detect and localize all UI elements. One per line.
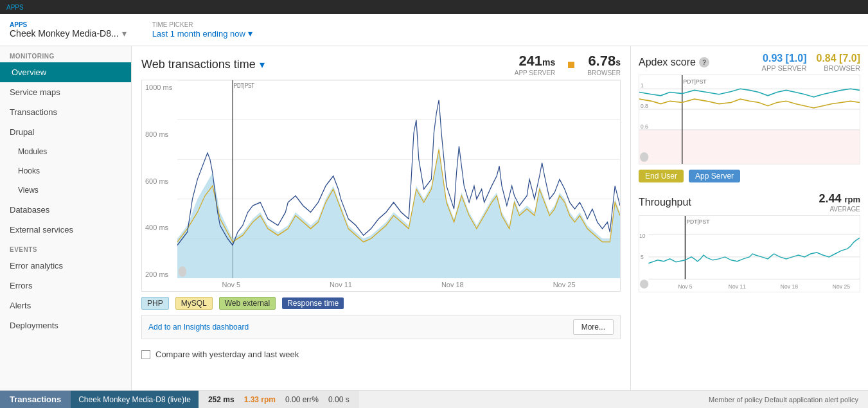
chart-canvas: PDT | PST <box>177 80 620 278</box>
chart-y-labels: 1000 ms 800 ms 600 ms 400 ms 200 ms <box>142 80 177 291</box>
browser-dot-icon <box>568 62 574 68</box>
chart-legend: PHP MySQL Web external Response time <box>141 297 621 310</box>
svg-text:PDT|PST: PDT|PST <box>686 218 710 225</box>
legend-web-external[interactable]: Web external <box>219 297 276 310</box>
chart-header: Web transactions time ▾ 241ms APP SERVER… <box>141 53 621 76</box>
chevron-down-icon[interactable]: ▾ <box>260 58 265 71</box>
main-content: Web transactions time ▾ 241ms APP SERVER… <box>132 46 630 390</box>
svg-text:Nov 18: Nov 18 <box>781 283 798 290</box>
sidebar-item-deployments[interactable]: Deployments <box>0 315 131 335</box>
bottom-ms: 252 ms <box>208 395 235 404</box>
badge-app-server[interactable]: App Server <box>689 170 740 182</box>
svg-text:Nov 5: Nov 5 <box>678 283 693 290</box>
chart-actions: Add to an Insights dashboard More... <box>141 315 621 339</box>
legend-mysql[interactable]: MySQL <box>175 297 213 310</box>
sidebar-item-hooks[interactable]: Hooks <box>0 161 131 181</box>
sidebar-item-views[interactable]: Views <box>0 181 131 200</box>
svg-text:PST: PST <box>245 82 255 89</box>
time-picker[interactable]: TIME PICKER Last 1 month ending now ▾ <box>152 21 252 39</box>
apdex-app-server: 0.93 [1.0] APP SERVER <box>762 53 807 72</box>
main-chart-area: 1000 ms 800 ms 600 ms 400 ms 200 ms PDT <box>141 80 621 292</box>
apdex-header: Apdex score ? 0.93 [1.0] APP SERVER 0.84… <box>639 53 860 72</box>
apdex-badges: End User App Server <box>639 170 860 182</box>
sidebar-item-service-maps[interactable]: Service maps <box>0 82 131 102</box>
sidebar-item-transactions[interactable]: Transactions <box>0 102 131 122</box>
app-selector-label: APPS <box>10 21 127 28</box>
throughput-chart: 10 5 PDT|PST Nov 5 Nov 11 Nov 18 Nov 25 <box>639 215 860 292</box>
bottom-app-name: Cheek Monkey Media-D8 (live)te <box>71 391 199 408</box>
svg-point-9 <box>179 267 187 277</box>
bottom-stats: 252 ms 1.33 rpm 0.00 err% 0.00 s <box>199 391 359 408</box>
browser-stat: 6.78s BROWSER <box>587 53 621 76</box>
svg-text:Nov 25: Nov 25 <box>833 283 850 290</box>
time-picker-label: TIME PICKER <box>152 21 252 28</box>
help-icon[interactable]: ? <box>699 57 709 67</box>
sidebar-item-drupal[interactable]: Drupal <box>0 122 131 142</box>
sidebar-item-modules[interactable]: Modules <box>0 142 131 161</box>
svg-text:Nov 11: Nov 11 <box>729 283 746 290</box>
bottom-bar: Transactions Cheek Monkey Media-D8 (live… <box>0 390 868 408</box>
right-panel: Apdex score ? 0.93 [1.0] APP SERVER 0.84… <box>630 46 868 390</box>
throughput-title: Throughput <box>639 197 691 208</box>
bottom-rpm: 1.33 rpm <box>244 395 276 404</box>
svg-text:1: 1 <box>641 82 644 89</box>
svg-text:PDT|PST: PDT|PST <box>684 78 707 85</box>
app-header-label: APPS <box>6 4 24 11</box>
svg-point-19 <box>640 152 648 162</box>
throughput-section: Throughput 2.44 rpm AVERAGE 10 <box>639 192 860 292</box>
svg-text:5: 5 <box>641 254 644 260</box>
monitoring-label: MONITORING <box>0 46 131 62</box>
chart-title: Web transactions time ▾ <box>141 58 265 71</box>
browser-indicator <box>568 62 574 68</box>
svg-text:0.8: 0.8 <box>641 103 648 110</box>
chevron-down-icon: ▾ <box>248 28 252 39</box>
sidebar-item-external-services[interactable]: External services <box>0 220 131 240</box>
svg-text:|: | <box>243 82 244 89</box>
compare-checkbox[interactable] <box>141 350 150 359</box>
bottom-transactions-label: Transactions <box>0 391 71 408</box>
svg-text:10: 10 <box>639 233 646 239</box>
apdex-browser: 0.84 [7.0] BROWSER <box>817 53 860 72</box>
throughput-stat: 2.44 rpm AVERAGE <box>819 192 860 213</box>
svg-rect-10 <box>639 130 860 164</box>
bottom-val: 0.00 s <box>328 395 350 404</box>
events-label: EVENTS <box>0 240 131 256</box>
apdex-chart: 1 0.8 0.6 PDT|PST <box>639 75 860 164</box>
chart-x-labels: Nov 5 Nov 11 Nov 18 Nov 25 <box>177 278 620 291</box>
chart-stats: 241ms APP SERVER 6.78s BROWSER <box>515 53 621 76</box>
bottom-err: 0.00 err% <box>285 395 319 404</box>
sidebar-item-alerts[interactable]: Alerts <box>0 296 131 315</box>
sidebar-item-error-analytics[interactable]: Error analytics <box>0 256 131 276</box>
top-bar: APPS Cheek Monkey Media-D8... ▾ TIME PIC… <box>0 14 868 46</box>
svg-point-31 <box>640 279 648 288</box>
compare-label: Compare with yesterday and last week <box>155 350 299 359</box>
badge-end-user[interactable]: End User <box>639 170 684 182</box>
app-selector[interactable]: APPS Cheek Monkey Media-D8... ▾ <box>10 21 127 39</box>
svg-text:0.6: 0.6 <box>641 123 648 130</box>
sidebar: MONITORING Overview Service maps Transac… <box>0 46 132 390</box>
legend-response-time[interactable]: Response time <box>282 297 344 309</box>
sidebar-item-databases[interactable]: Databases <box>0 200 131 220</box>
insights-link[interactable]: Add to an Insights dashboard <box>148 323 249 332</box>
time-picker-value[interactable]: Last 1 month ending now ▾ <box>152 28 252 39</box>
app-selector-value[interactable]: Cheek Monkey Media-D8... ▾ <box>10 28 127 39</box>
main-layout: MONITORING Overview Service maps Transac… <box>0 46 868 390</box>
throughput-header: Throughput 2.44 rpm AVERAGE <box>639 192 860 213</box>
sidebar-item-errors[interactable]: Errors <box>0 276 131 296</box>
app-server-stat: 241ms APP SERVER <box>515 53 556 76</box>
sidebar-item-overview[interactable]: Overview <box>0 62 131 82</box>
more-button[interactable]: More... <box>573 319 614 335</box>
legend-php[interactable]: PHP <box>141 297 169 310</box>
apdex-title: Apdex score ? <box>639 57 709 68</box>
apdex-scores: 0.93 [1.0] APP SERVER 0.84 [7.0] BROWSER <box>762 53 860 72</box>
bottom-policy: Member of policy Default application ale… <box>699 396 868 404</box>
chevron-down-icon: ▾ <box>122 28 127 39</box>
app-header: APPS <box>0 0 868 14</box>
compare-row: Compare with yesterday and last week <box>141 346 621 363</box>
